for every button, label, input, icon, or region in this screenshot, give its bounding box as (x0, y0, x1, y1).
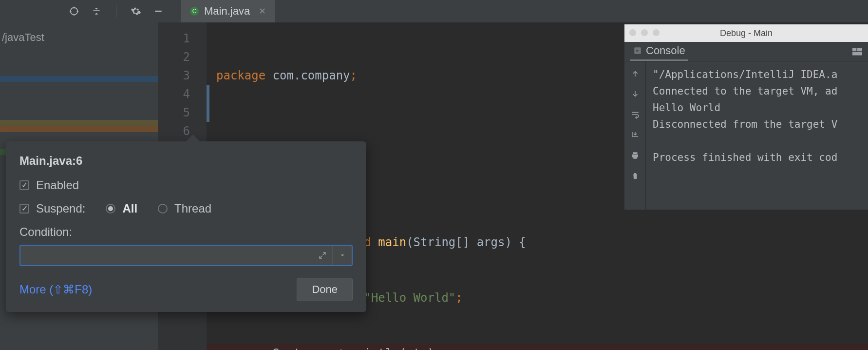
layout-icon[interactable] (852, 48, 862, 56)
console-tab-label: Console (646, 44, 685, 57)
suspend-all-radio[interactable] (106, 204, 115, 214)
editor-tab[interactable]: C Main.java ✕ (181, 0, 275, 22)
suspend-all-label: All (122, 202, 137, 215)
suspend-row: Suspend: All Thread (19, 202, 353, 215)
code-line-breakpoint[interactable]: System.out.println(str); (207, 344, 868, 350)
console-line: Connected to the target VM, ad (653, 85, 837, 97)
close-icon[interactable]: ✕ (259, 6, 266, 17)
soft-wrap-icon[interactable] (630, 109, 641, 120)
breakpoint-popup: Main.java:6 Enabled Suspend: All Thread … (6, 141, 366, 312)
gear-icon[interactable] (130, 5, 142, 17)
chevron-down-icon[interactable] (332, 246, 352, 265)
line-number[interactable]: 1 (158, 29, 207, 48)
vcs-mark-blue (0, 76, 158, 82)
console-line: Process finished with exit cod (653, 152, 837, 163)
svg-rect-11 (852, 52, 862, 55)
target-icon[interactable] (68, 5, 80, 17)
top-toolbar: C Main.java ✕ (0, 0, 868, 22)
console-actions (624, 61, 646, 210)
debug-titlebar[interactable]: Debug - Main (624, 24, 868, 42)
console-line: Hello World (653, 102, 720, 114)
vcs-mark-amber (0, 120, 158, 126)
print-icon[interactable] (630, 150, 641, 161)
suspend-checkbox[interactable] (19, 204, 29, 214)
minimize-icon[interactable] (152, 5, 164, 17)
condition-field[interactable] (19, 245, 353, 266)
traffic-min-icon[interactable] (641, 29, 648, 36)
line-number[interactable]: 4 (158, 85, 207, 103)
toolbar-icons (68, 5, 164, 18)
more-link[interactable]: More (⇧⌘F8) (19, 283, 92, 296)
trash-icon[interactable] (630, 171, 641, 181)
done-button[interactable]: Done (297, 278, 353, 301)
svg-rect-9 (852, 48, 856, 51)
suspend-thread-radio[interactable] (158, 204, 168, 214)
condition-input[interactable] (20, 246, 313, 265)
svg-text:C: C (192, 8, 197, 15)
debug-tabs: Console (624, 42, 868, 61)
breadcrumb[interactable]: /javaTest (0, 22, 158, 53)
window-traffic-lights[interactable] (629, 29, 660, 36)
console-tab[interactable]: Console (630, 42, 688, 61)
arrow-up-icon[interactable] (630, 68, 641, 79)
line-number[interactable]: 5 (158, 103, 207, 122)
popup-footer: More (⇧⌘F8) Done (19, 278, 353, 301)
popup-arrow (186, 135, 200, 141)
traffic-close-icon[interactable] (629, 29, 636, 36)
svg-point-0 (71, 8, 78, 15)
arrow-down-icon[interactable] (630, 89, 641, 99)
svg-rect-10 (857, 48, 862, 51)
scroll-end-icon[interactable] (630, 130, 641, 140)
enabled-row[interactable]: Enabled (19, 178, 353, 192)
enabled-checkbox[interactable] (19, 180, 29, 190)
tab-label: Main.java (204, 5, 250, 18)
debug-body: "/Applications/IntelliJ IDEA.a Connected… (624, 61, 868, 210)
console-line: "/Applications/IntelliJ IDEA.a (653, 69, 837, 80)
expand-icon[interactable] (313, 246, 332, 265)
breakpoint-title: Main.java:6 (19, 154, 353, 168)
enabled-label: Enabled (36, 178, 79, 192)
condition-label: Condition: (19, 225, 353, 239)
console-output[interactable]: "/Applications/IntelliJ IDEA.a Connected… (646, 61, 868, 210)
console-line: Disconnected from the target V (653, 118, 837, 130)
line-number[interactable]: 3 (158, 66, 207, 85)
suspend-thread-label: Thread (174, 202, 211, 215)
debug-window-title: Debug - Main (720, 28, 773, 39)
console-run-icon (633, 46, 642, 55)
collapse-icon[interactable] (91, 5, 102, 17)
traffic-max-icon[interactable] (653, 29, 660, 36)
suspend-label: Suspend: (36, 202, 85, 215)
vcs-mark-orange (0, 126, 158, 132)
toolbar-divider (116, 5, 116, 18)
debug-window: Debug - Main Console "/Applications/Inte… (624, 24, 868, 210)
java-class-icon: C (189, 6, 199, 16)
line-number[interactable]: 2 (158, 48, 207, 66)
